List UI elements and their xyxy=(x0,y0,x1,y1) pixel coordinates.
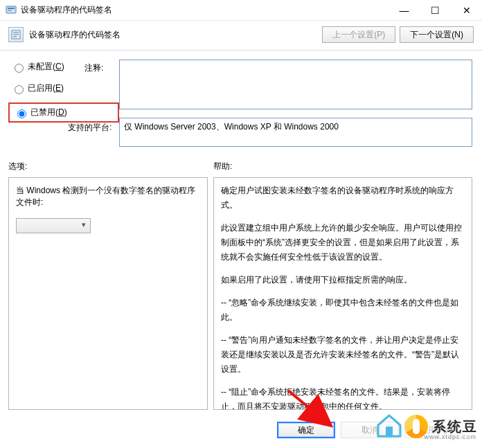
radio-enabled[interactable]: 已启用(E) xyxy=(8,81,119,96)
help-p2: 此设置建立组中用户系统上允许的最少安全响应。用户可以使用控制面板中的“系统”选择… xyxy=(221,221,465,265)
help-p5: -- “警告”向用户通知未经数字签名的文件，并让用户决定是停止安装还是继续安装以… xyxy=(221,333,465,377)
help-p3: 如果启用了此设置，请使用下拉框指定所需的响应。 xyxy=(221,273,465,287)
radio-disabled-label: 已禁用(D) xyxy=(30,107,67,118)
platform-box: 仅 Windows Server 2003、Windows XP 和 Windo… xyxy=(119,118,472,147)
radio-enabled-label: 已启用(E) xyxy=(28,82,64,94)
help-p6: -- “阻止”命令系统拒绝安装未经签名的文件。结果是，安装将停止，而且将不安装驱… xyxy=(221,385,465,410)
radio-not-configured-label: 未配置(C) xyxy=(28,61,64,73)
comment-textarea[interactable] xyxy=(119,60,472,109)
options-panel: 当 Windows 检测到一个没有数字签名的驱动程序文件时: xyxy=(8,177,208,410)
radio-enabled-input[interactable] xyxy=(15,85,24,94)
subheader: 设备驱动程序的代码签名 上一个设置(P) 下一个设置(N) xyxy=(0,21,482,51)
help-p1: 确定用户试图安装未经数字签名的设备驱动程序时系统的响应方式。 xyxy=(221,183,465,213)
window-title: 设备驱动程序的代码签名 xyxy=(21,4,389,16)
svg-rect-2 xyxy=(8,10,12,11)
close-button[interactable]: ✕ xyxy=(451,0,482,21)
app-icon xyxy=(6,5,17,16)
ok-button[interactable]: 确定 xyxy=(277,422,335,438)
comment-label: 注释: xyxy=(84,62,103,74)
cancel-button[interactable]: 取消 xyxy=(341,422,399,438)
minimize-button[interactable]: — xyxy=(389,0,420,21)
next-setting-button[interactable]: 下一个设置(N) xyxy=(400,26,474,43)
response-dropdown[interactable] xyxy=(16,218,91,233)
options-label: 选项: xyxy=(8,161,27,172)
prev-setting-button[interactable]: 上一个设置(P) xyxy=(322,26,395,43)
subheader-title: 设备驱动程序的代码签名 xyxy=(29,29,318,41)
title-bar: 设备驱动程序的代码签名 — ☐ ✕ xyxy=(0,0,482,21)
apply-button[interactable]: 应用(A) xyxy=(404,422,463,438)
platform-label: 支持的平台: xyxy=(68,122,111,134)
svg-rect-1 xyxy=(8,8,15,9)
maximize-button[interactable]: ☐ xyxy=(420,0,451,21)
help-label: 帮助: xyxy=(213,161,232,172)
options-text: 当 Windows 检测到一个没有数字签名的驱动程序文件时: xyxy=(16,185,200,208)
help-p4: -- “忽略”命令系统继续安装，即使其中包含未经签名的文件也是如此。 xyxy=(221,296,465,325)
radio-disabled[interactable]: 已禁用(D) xyxy=(8,102,119,123)
radio-disabled-input[interactable] xyxy=(17,109,26,118)
footer: 确定 取消 应用(A) xyxy=(0,415,482,445)
policy-icon xyxy=(8,27,24,42)
help-panel: 确定用户试图安装未经数字签名的设备驱动程序时系统的响应方式。 此设置建立组中用户… xyxy=(213,177,472,410)
radio-not-configured-input[interactable] xyxy=(15,64,24,73)
